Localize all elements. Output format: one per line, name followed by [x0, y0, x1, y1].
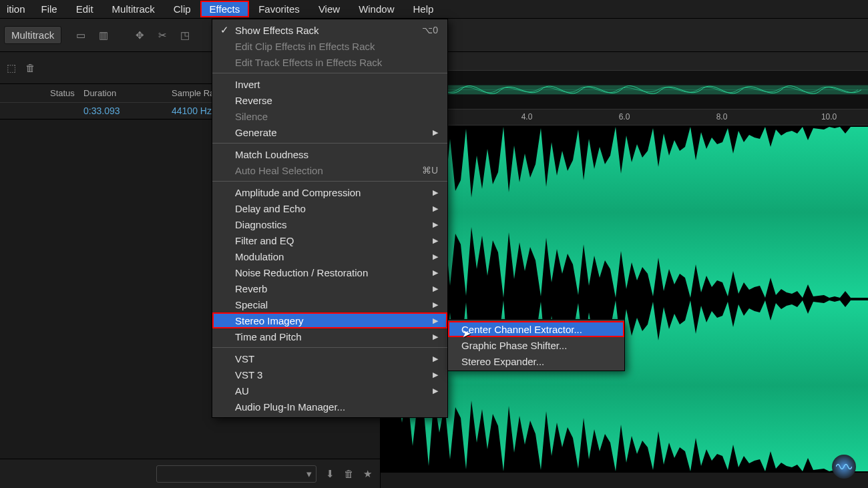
submenu-arrow-icon: ▶: [433, 236, 438, 245]
menu-help[interactable]: Help: [403, 1, 443, 17]
submenu-arrow-icon: ▶: [433, 332, 438, 341]
spectral-display-icon[interactable]: ▥: [96, 28, 111, 43]
menu-stereo-expander[interactable]: Stereo Expander...: [448, 353, 624, 369]
menu-time-pitch[interactable]: Time and Pitch▶: [212, 328, 447, 344]
submenu-arrow-icon: ▶: [433, 354, 438, 363]
ruler-tick: 4.0: [521, 112, 533, 121]
col-duration[interactable]: Duration: [83, 88, 172, 98]
ruler-tick: 10.0: [821, 112, 837, 121]
app-title: ition: [0, 1, 32, 17]
submenu-arrow-icon: ▶: [433, 188, 438, 197]
menu-vst3[interactable]: VST 3▶: [212, 367, 447, 383]
effects-dropdown: ✓ Show Effects Rack ⌥0 Edit Clip Effects…: [212, 19, 448, 418]
razor-tool-icon[interactable]: ✂: [155, 28, 170, 43]
preset-bar: ▾ ⬇ 🗑 ★: [0, 459, 380, 488]
menu-noise-reduction[interactable]: Noise Reduction / Restoration▶: [212, 264, 447, 280]
menu-separator: [212, 347, 447, 348]
menu-window[interactable]: Window: [349, 1, 403, 17]
preset-dropdown[interactable]: ▾: [156, 465, 316, 483]
menu-show-effects-rack[interactable]: ✓ Show Effects Rack ⌥0: [212, 22, 447, 38]
menu-edit[interactable]: Edit: [67, 1, 103, 17]
col-status[interactable]: Status: [50, 88, 83, 98]
file-duration: 0:33.093: [83, 105, 172, 116]
menu-au[interactable]: AU▶: [212, 383, 447, 399]
submenu-arrow-icon: ▶: [433, 252, 438, 261]
menu-amplitude-compression[interactable]: Amplitude and Compression▶: [212, 184, 447, 200]
menu-modulation[interactable]: Modulation▶: [212, 248, 447, 264]
menu-center-channel-extractor[interactable]: Center Channel Extractor...: [448, 321, 624, 337]
editor-panel: av ≡ Mixer placeholder 2.0 4.0 6.0 8.0: [381, 52, 868, 488]
favorite-icon[interactable]: ★: [363, 468, 372, 480]
menu-diagnostics[interactable]: Diagnostics▶: [212, 216, 447, 232]
mode-multitrack-tab[interactable]: Multitrack: [4, 26, 61, 44]
watermark-badge: [832, 455, 856, 479]
menu-special[interactable]: Special▶: [212, 296, 447, 312]
timeline-ruler[interactable]: 2.0 4.0 6.0 8.0 10.0: [381, 109, 868, 126]
move-tool-icon[interactable]: ✥: [132, 28, 147, 43]
delete-icon[interactable]: 🗑: [344, 468, 354, 479]
waveform-display[interactable]: [381, 126, 868, 473]
record-icon[interactable]: ⬚: [7, 62, 16, 74]
menu-graphic-phase-shifter[interactable]: Graphic Phase Shifter...: [448, 337, 624, 353]
submenu-arrow-icon: ▶: [433, 220, 438, 229]
menu-multitrack[interactable]: Multitrack: [103, 1, 164, 17]
menu-invert[interactable]: Invert: [212, 76, 447, 92]
menubar: ition File Edit Multitrack Clip Effects …: [0, 0, 868, 19]
menu-filter-eq[interactable]: Filter and EQ▶: [212, 232, 447, 248]
submenu-arrow-icon: ▶: [433, 128, 438, 137]
ruler-tick: 6.0: [619, 112, 630, 121]
download-icon[interactable]: ⬇: [326, 468, 335, 480]
menu-auto-heal: Auto Heal Selection⌘U: [212, 162, 447, 178]
menu-file[interactable]: File: [32, 1, 67, 17]
shortcut-label: ⌘U: [422, 165, 438, 176]
submenu-arrow-icon: ▶: [433, 300, 438, 309]
slip-tool-icon[interactable]: ◳: [178, 28, 192, 43]
menu-silence: Silence: [212, 108, 447, 124]
menu-clip[interactable]: Clip: [164, 1, 200, 17]
waveform-overview[interactable]: placeholder: [381, 71, 868, 109]
trash-icon[interactable]: 🗑: [25, 62, 35, 73]
menu-separator: [212, 143, 447, 144]
menu-stereo-imagery[interactable]: Stereo Imagery▶: [212, 312, 447, 328]
menu-effects[interactable]: Effects: [200, 1, 250, 17]
menu-separator: [212, 181, 447, 182]
submenu-arrow-icon: ▶: [433, 284, 438, 293]
check-icon: ✓: [220, 24, 229, 36]
menu-plugin-manager[interactable]: Audio Plug-In Manager...: [212, 399, 447, 415]
menu-edit-clip-effects: Edit Clip Effects in Effects Rack: [212, 38, 447, 54]
stereo-imagery-submenu: Center Channel Extractor... Graphic Phas…: [447, 319, 625, 371]
menu-generate[interactable]: Generate▶: [212, 124, 447, 140]
waveform-display-icon[interactable]: ▭: [73, 28, 88, 43]
chevron-down-icon: ▾: [306, 468, 312, 480]
menu-separator: [212, 73, 447, 73]
menu-match-loudness[interactable]: Match Loudness: [212, 146, 447, 162]
menu-edit-track-effects: Edit Track Effects in Effects Rack: [212, 54, 447, 70]
submenu-arrow-icon: ▶: [433, 268, 438, 277]
menu-delay-echo[interactable]: Delay and Echo▶: [212, 200, 447, 216]
submenu-arrow-icon: ▶: [433, 316, 438, 325]
menu-reverse[interactable]: Reverse: [212, 92, 447, 108]
shortcut-label: ⌥0: [422, 25, 438, 35]
menu-reverb[interactable]: Reverb▶: [212, 280, 447, 296]
menu-vst[interactable]: VST▶: [212, 350, 447, 367]
submenu-arrow-icon: ▶: [433, 371, 438, 379]
menu-view[interactable]: View: [309, 1, 349, 17]
menu-favorites[interactable]: Favorites: [249, 1, 309, 17]
editor-tabs: av ≡ Mixer: [381, 52, 868, 71]
submenu-arrow-icon: ▶: [433, 204, 438, 213]
submenu-arrow-icon: ▶: [433, 387, 438, 395]
ruler-tick: 8.0: [716, 112, 728, 121]
